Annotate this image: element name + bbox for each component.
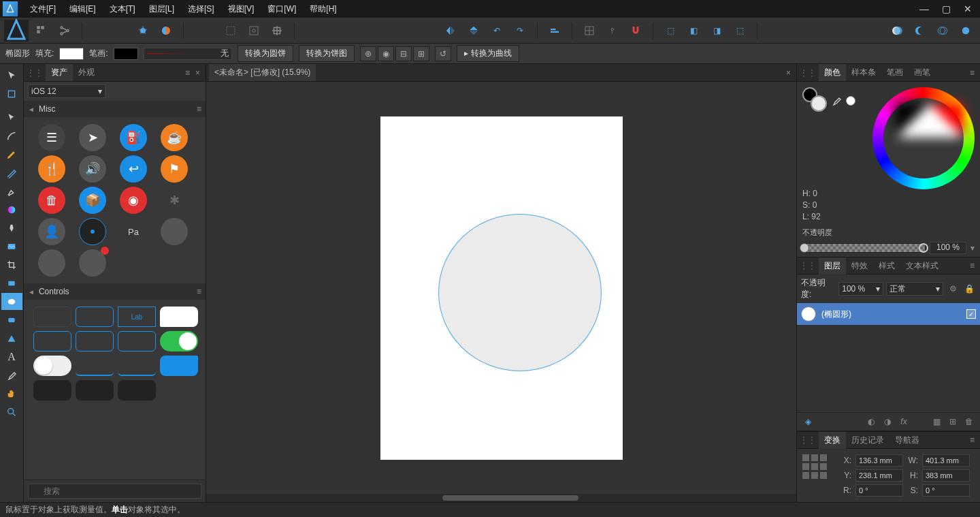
color-panel-grip[interactable]: ⋮⋮	[800, 68, 816, 78]
control-switch-off[interactable]	[33, 356, 71, 376]
pen-tool[interactable]	[1, 146, 22, 163]
menu-select[interactable]: 选择[S]	[181, 1, 221, 18]
tab-text-styles[interactable]: 文本样式	[900, 257, 944, 275]
control-dark-2[interactable]	[76, 380, 114, 401]
asset-arrow-icon[interactable]: ➤	[79, 124, 106, 151]
crop-tool[interactable]	[1, 256, 22, 273]
layers-panel-menu[interactable]: ≡	[967, 261, 977, 270]
layer-row-ellipse[interactable]: (椭圆形) ✓	[797, 303, 980, 325]
control-field-dark[interactable]	[33, 307, 71, 327]
reset-box-button[interactable]: ↺	[435, 46, 451, 61]
asset-sound-icon[interactable]: 🔊	[79, 155, 106, 183]
zoom-tool[interactable]	[1, 403, 22, 420]
opacity-value-input[interactable]: 100 %	[930, 242, 966, 254]
layer-group-icon[interactable]: ◈	[801, 416, 815, 428]
arrange-backward-button[interactable]: ◨	[706, 20, 727, 41]
lock-icon[interactable]: 🔒	[962, 283, 976, 295]
control-field-2[interactable]	[33, 331, 71, 351]
asset-fuel-icon[interactable]: ⛽	[120, 124, 147, 151]
color-wheel[interactable]	[872, 87, 975, 189]
panel-menu-button[interactable]: ≡	[182, 68, 193, 78]
control-dark-1[interactable]	[33, 380, 71, 401]
pencil-tool[interactable]	[1, 164, 22, 181]
move-tool[interactable]	[1, 67, 22, 84]
adjustment-layer-icon[interactable]: ◑	[881, 416, 894, 428]
control-chat-bubble[interactable]	[160, 307, 198, 327]
asset-ipadpro-icon[interactable]	[79, 249, 106, 277]
text-tool[interactable]: A	[1, 348, 22, 365]
layer-settings-icon[interactable]: ⚙	[946, 283, 960, 295]
asset-search-input[interactable]	[28, 484, 201, 499]
transform-mode-button[interactable]: ⊞	[413, 46, 429, 61]
mask-layer-icon[interactable]: ◐	[864, 416, 878, 428]
panel-close-button[interactable]: ×	[193, 68, 203, 78]
fill-stroke-selector[interactable]	[802, 87, 827, 112]
control-switch-on[interactable]	[160, 331, 198, 351]
asset-radio-icon[interactable]	[79, 218, 106, 245]
convert-to-curves-button[interactable]: ▸转换为曲线	[457, 45, 519, 62]
panel-grip[interactable]: ⋮⋮	[27, 68, 43, 78]
control-line-2[interactable]	[118, 356, 156, 376]
convert-to-donut-button[interactable]: 转换为圆饼	[238, 45, 293, 62]
menu-window[interactable]: 窗口[W]	[261, 1, 303, 18]
asset-iphone8-icon[interactable]	[38, 249, 65, 277]
section-misc-header[interactable]: ◄ Misc ≡	[24, 101, 206, 117]
menu-edit[interactable]: 编辑[E]	[63, 1, 103, 18]
transform-panel-grip[interactable]: ⋮⋮	[800, 435, 816, 445]
color-panel-menu[interactable]: ≡	[967, 68, 977, 78]
menu-file[interactable]: 文件[F]	[23, 1, 63, 18]
place-image-tool[interactable]	[1, 238, 22, 255]
tab-layers[interactable]: 图层	[819, 257, 846, 275]
rectangle-tool[interactable]	[1, 275, 22, 292]
magnet-button[interactable]	[625, 20, 646, 41]
stroke-width-input[interactable]: 无	[144, 48, 232, 60]
sync-defaults-button[interactable]	[133, 20, 153, 41]
layer-opacity-input[interactable]: 100 %▾	[838, 282, 883, 296]
xor-op-button[interactable]	[956, 20, 976, 41]
subtract-op-button[interactable]	[909, 20, 930, 41]
asset-flag-icon[interactable]: ⚑	[161, 155, 188, 183]
revert-defaults-button[interactable]	[156, 20, 176, 41]
convert-to-pie-button[interactable]: 转换为饼图	[299, 45, 355, 62]
transparency-tool[interactable]	[1, 219, 22, 236]
sampled-color-swatch[interactable]	[846, 96, 855, 106]
tab-appearance[interactable]: 外观	[73, 64, 100, 81]
asset-iphone-se-icon[interactable]	[161, 218, 188, 245]
arrange-forward-button[interactable]: ◧	[683, 20, 704, 41]
stroke-swatch[interactable]	[114, 48, 138, 60]
asset-spinner-icon[interactable]: ✱	[161, 187, 188, 214]
tab-transform[interactable]: 变换	[819, 432, 846, 449]
menu-layer[interactable]: 图层[L]	[142, 1, 181, 18]
flip-horizontal-button[interactable]	[440, 20, 461, 41]
asset-reply-icon[interactable]: ↩	[120, 155, 147, 183]
menu-view[interactable]: 视图[V]	[221, 1, 261, 18]
opacity-dropdown-icon[interactable]: ▾	[970, 243, 975, 253]
tab-color[interactable]: 颜色	[819, 64, 846, 81]
arrange-back-button[interactable]: ⬚	[730, 20, 750, 41]
minimize-button[interactable]: —	[915, 2, 934, 16]
horizontal-scrollbar[interactable]	[206, 494, 796, 502]
section-controls-header[interactable]: ◄ Controls ≡	[24, 283, 206, 300]
s-input[interactable]: 0 °	[922, 484, 970, 497]
tab-styles[interactable]: 样式	[873, 257, 900, 275]
blend-mode-select[interactable]: 正常▾	[886, 282, 943, 296]
rounded-rect-tool[interactable]	[1, 311, 22, 328]
ellipse-shape[interactable]	[438, 214, 602, 371]
snap-button[interactable]	[579, 20, 600, 41]
artboard-tool[interactable]	[1, 85, 22, 102]
snap-pixel-button[interactable]	[220, 20, 241, 41]
menu-help[interactable]: 帮助[H]	[303, 1, 343, 18]
asset-fingerprint-icon[interactable]: ◉	[120, 187, 147, 214]
view-mode-button[interactable]	[244, 20, 264, 41]
w-input[interactable]: 401.3 mm	[922, 454, 970, 467]
asset-archive-icon[interactable]: 📦	[79, 187, 106, 214]
persona-pixel[interactable]	[31, 20, 52, 41]
h-input[interactable]: 383 mm	[922, 469, 970, 482]
asset-food-icon[interactable]: 🍴	[38, 155, 65, 183]
tab-stroke[interactable]: 笔画	[881, 64, 909, 81]
persona-export[interactable]	[54, 20, 75, 41]
layers-panel-grip[interactable]: ⋮⋮	[800, 261, 816, 270]
y-input[interactable]: 238.1 mm	[855, 469, 903, 482]
fx-layer-icon[interactable]: fx	[897, 416, 911, 428]
document-tab[interactable]: <未命名> [已修改] (15.9%)	[209, 64, 316, 81]
